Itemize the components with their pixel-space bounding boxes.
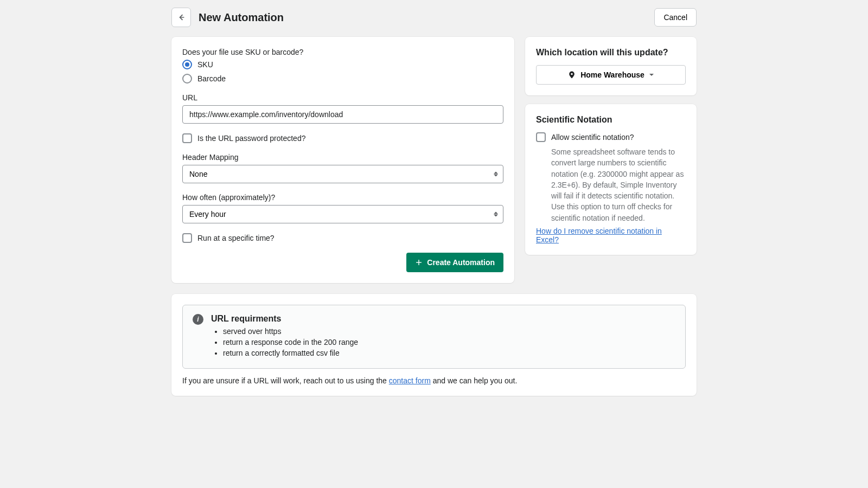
password-protected-checkbox[interactable] (182, 133, 192, 143)
requirements-footer-prefix: If you are unsure if a URL will work, re… (182, 376, 389, 385)
caret-down-icon (649, 72, 654, 78)
run-specific-time-checkbox[interactable] (182, 233, 192, 243)
sci-checkbox[interactable] (536, 132, 546, 142)
location-card: Which location will this update? Home Wa… (525, 37, 697, 95)
header-mapping-label: Header Mapping (182, 153, 503, 162)
sci-checkbox-row[interactable]: Allow scientific notation? (536, 132, 686, 142)
create-automation-label: Create Automation (427, 258, 495, 267)
radio-sku[interactable] (182, 60, 192, 69)
requirements-item: return a correctly formatted csv file (223, 349, 358, 357)
requirements-footer: If you are unsure if a URL will work, re… (182, 376, 686, 385)
sci-help-link[interactable]: How do I remove scientific notation in E… (536, 227, 686, 244)
requirements-item: served over https (223, 327, 358, 336)
sci-checkbox-label: Allow scientific notation? (551, 133, 634, 142)
radio-barcode-row[interactable]: Barcode (182, 74, 503, 84)
back-button[interactable] (171, 8, 191, 27)
location-pin-icon (567, 70, 576, 79)
create-automation-button[interactable]: Create Automation (406, 253, 503, 272)
scientific-notation-card: Scientific Notation Allow scientific not… (525, 104, 697, 255)
location-selected-label: Home Warehouse (580, 70, 644, 79)
url-requirements-card: i URL requirments served over https retu… (171, 294, 697, 396)
arrow-left-icon (176, 12, 186, 22)
radio-sku-label: SKU (197, 60, 213, 69)
automation-form-card: Does your file use SKU or barcode? SKU B… (171, 37, 514, 283)
url-input[interactable] (182, 105, 503, 124)
frequency-label: How often (approximately)? (182, 193, 503, 202)
run-specific-time-label: Run at a specific time? (197, 234, 275, 242)
password-protected-row[interactable]: Is the URL password protected? (182, 133, 503, 143)
location-card-title: Which location will this update? (536, 48, 686, 57)
location-select[interactable]: Home Warehouse (536, 65, 686, 85)
requirements-title: URL requirments (211, 314, 358, 324)
requirements-footer-suffix: and we can help you out. (431, 376, 518, 385)
radio-sku-row[interactable]: SKU (182, 60, 503, 69)
info-icon: i (193, 314, 203, 325)
svg-rect-0 (180, 17, 184, 17)
identifier-question-label: Does your file use SKU or barcode? (182, 48, 503, 56)
plus-icon (415, 259, 423, 266)
sci-card-title: Scientific Notation (536, 115, 686, 125)
radio-barcode-label: Barcode (197, 74, 226, 83)
sci-description: Some spreadsheet software tends to conve… (551, 146, 686, 223)
url-label: URL (182, 93, 503, 102)
header-mapping-select[interactable]: None (182, 165, 503, 183)
password-protected-label: Is the URL password protected? (197, 134, 305, 143)
requirements-item: return a response code in the 200 range (223, 338, 358, 346)
contact-form-link[interactable]: contact form (389, 376, 431, 385)
run-specific-time-row[interactable]: Run at a specific time? (182, 233, 503, 243)
radio-barcode[interactable] (182, 74, 192, 84)
requirements-list: served over https return a response code… (211, 327, 358, 357)
page-title: New Automation (199, 11, 647, 24)
frequency-select[interactable]: Every hour (182, 205, 503, 223)
cancel-button[interactable]: Cancel (654, 8, 697, 27)
